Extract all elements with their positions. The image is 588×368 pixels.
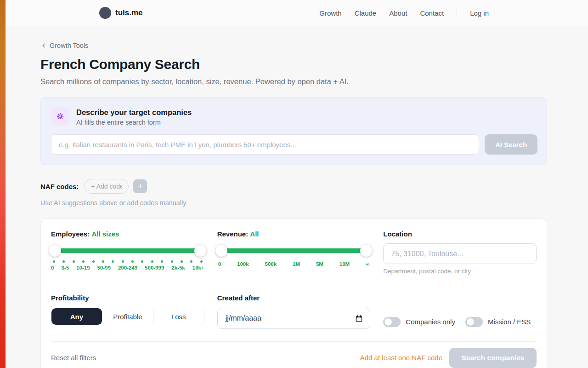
revenue-slider-handle-min[interactable] <box>215 245 227 257</box>
created-after-filter: Created after jj/mm/aaaa <box>217 294 371 329</box>
companies-only-label: Companies only <box>406 318 455 326</box>
page-subtitle: Search millions of companies by sector, … <box>40 77 547 86</box>
profitability-segmented-control: Any Profitable Loss <box>51 308 204 325</box>
employees-slider-handle-min[interactable] <box>49 245 61 257</box>
chevron-left-icon <box>40 42 47 49</box>
companies-only-toggle[interactable] <box>383 317 401 327</box>
employees-filter: Employees: All sizes 0 3-5 10-19 50-99 <box>51 230 204 275</box>
ai-search-card: Describe your target companies AI fills … <box>40 97 547 165</box>
top-header: tuls.me Growth Claude About Contact Log … <box>0 0 588 26</box>
nav-divider <box>457 8 457 17</box>
employees-slider-handle-max[interactable] <box>194 245 206 257</box>
toggle-knob <box>384 318 392 326</box>
nav-link-claude[interactable]: Claude <box>355 9 377 17</box>
logo-circle-icon <box>99 7 111 19</box>
employees-slider-fill <box>56 248 200 253</box>
naf-codes-label: NAF codes: <box>40 183 79 190</box>
naf-warning-text: Add at least one NAF code <box>360 354 442 362</box>
revenue-label: Revenue: All <box>217 230 371 238</box>
ai-card-subtitle: AI fills the entire search form <box>76 119 192 126</box>
ai-search-input[interactable] <box>51 134 479 155</box>
toggle-filters: Companies only Mission / ESS <box>383 315 537 329</box>
mission-ess-label: Mission / ESS <box>488 318 531 326</box>
employees-slider-ticks: 0 3-5 10-19 50-99 200-249 500-999 2k-5k … <box>51 265 204 270</box>
revenue-slider <box>217 245 371 256</box>
location-input[interactable] <box>383 243 537 264</box>
breadcrumb-label: Growth Tools <box>50 42 88 49</box>
employees-slider <box>51 245 204 256</box>
revenue-slider-handle-max[interactable] <box>360 245 372 257</box>
employees-slider-dots <box>51 260 204 263</box>
profitability-filter: Profitability Any Profitable Loss <box>51 294 204 329</box>
reset-filters-link[interactable]: Reset all filters <box>51 354 96 362</box>
employees-label: Employees: All sizes <box>51 230 204 238</box>
created-after-label: Created after <box>217 294 371 302</box>
calendar-icon[interactable] <box>355 315 363 322</box>
naf-add-code-input[interactable] <box>84 179 129 194</box>
naf-helper-text: Use AI suggestions above or add codes ma… <box>40 199 547 207</box>
profitability-option-profitable[interactable]: Profitable <box>102 308 153 325</box>
toggle-knob <box>467 318 474 326</box>
lightbulb-icon <box>51 107 69 126</box>
date-placeholder: jj/mm/aaaa <box>226 314 261 322</box>
profitability-option-any[interactable]: Any <box>51 308 102 325</box>
ai-card-title: Describe your target companies <box>76 107 192 117</box>
employees-value: All sizes <box>91 230 119 238</box>
revenue-slider-ticks: 0 100k 500k 1M 5M 10M ∞ <box>217 261 371 267</box>
nav-link-contact[interactable]: Contact <box>420 9 444 17</box>
brand-logo[interactable]: tuls.me <box>99 7 143 19</box>
nav-link-about[interactable]: About <box>389 9 407 17</box>
created-after-date-input[interactable]: jj/mm/aaaa <box>217 308 371 329</box>
ai-search-button[interactable]: AI Search <box>485 134 537 155</box>
revenue-value: All <box>250 230 259 238</box>
location-helper: Department, postal code, or city <box>383 268 537 275</box>
revenue-slider-fill <box>222 248 366 253</box>
profitability-option-loss[interactable]: Loss <box>153 308 204 325</box>
card-footer: Reset all filters Add at least one NAF c… <box>51 342 537 368</box>
mission-ess-toggle[interactable] <box>465 317 483 327</box>
search-companies-button[interactable]: Search companies <box>449 348 537 368</box>
profitability-label: Profitability <box>51 294 204 302</box>
accent-edge-strip <box>0 0 6 368</box>
naf-add-button[interactable]: + <box>133 179 147 193</box>
brand-name: tuls.me <box>115 8 143 17</box>
login-link[interactable]: Log in <box>470 9 489 17</box>
location-filter: Location Department, postal code, or cit… <box>383 230 537 275</box>
breadcrumb-back[interactable]: Growth Tools <box>40 42 547 49</box>
main-nav: Growth Claude About Contact Log in <box>319 8 489 17</box>
nav-link-growth[interactable]: Growth <box>319 9 341 17</box>
location-label: Location <box>383 230 537 238</box>
filters-card: Employees: All sizes 0 3-5 10-19 50-99 <box>40 218 547 368</box>
page-title: French Company Search <box>40 57 547 72</box>
revenue-filter: Revenue: All 0 100k 500k 1M 5M 10M ∞ <box>217 230 371 275</box>
